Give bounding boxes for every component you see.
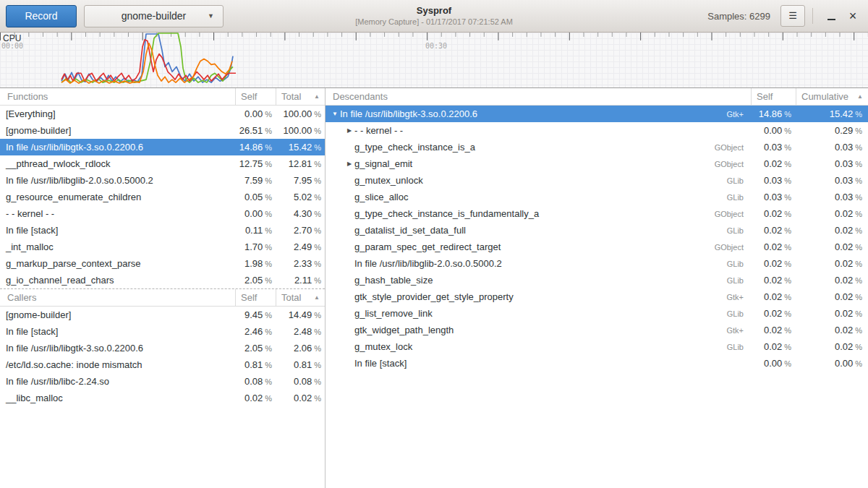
expander-collapsed-icon[interactable]: ▶ [344,127,354,134]
column-header-self[interactable]: Self [235,289,276,306]
column-header-self[interactable]: Self [235,88,276,105]
column-header-total[interactable]: Total▲ [276,289,325,306]
total-percent-cell: 0.03% [796,192,868,202]
total-percent-cell: 2.48% [276,326,325,337]
self-percent-cell: 2.05% [235,275,276,286]
table-row[interactable]: g_slice_allocGLib0.03%0.03% [326,189,868,205]
self-percent-cell: 0.02% [751,225,796,236]
percent-sign: % [314,193,321,202]
total-percent-cell: 2.33% [276,258,325,269]
table-row[interactable]: - - kernel - -0.00%4.30% [0,205,325,222]
table-row[interactable]: In file /usr/lib/libgtk-3.so.0.2200.62.0… [0,340,325,356]
function-name: In file /usr/lib/libgtk-3.so.0.2200.6 [6,343,143,354]
self-percent-cell: 0.08% [235,376,276,387]
table-row[interactable]: g_datalist_id_set_data_fullGLib0.02%0.02… [326,222,868,239]
percent-value: 0.02 [294,393,312,403]
table-row[interactable]: gtk_widget_path_lengthGtk+0.02%0.02% [326,322,868,338]
percent-sign: % [265,210,272,218]
cpu-graph[interactable]: CPU 00:00 00:30 [0,33,868,88]
percent-sign: % [784,226,791,235]
percent-sign: % [855,343,862,351]
function-name: __pthread_rwlock_rdlock [6,158,111,169]
column-header-functions[interactable]: Functions [0,88,235,105]
table-row[interactable]: g_resource_enumerate_children0.05%5.02% [0,189,325,205]
table-row[interactable]: ▼In file /usr/lib/libgtk-3.so.0.2200.6Gt… [326,106,868,122]
self-percent-cell: 0.81% [235,359,276,370]
table-row[interactable]: /etc/ld.so.cache: inode mismatch0.81%0.8… [0,356,325,373]
column-header-descendants[interactable]: Descendants [326,88,751,105]
total-percent-cell: 4.30% [276,208,325,219]
library-tag: Gtk+ [726,293,751,301]
table-header: DescendantsSelfCumulative▲ [326,88,868,106]
total-percent-cell: 12.81% [276,158,325,169]
row-name-cell: In file [stack] [0,326,235,337]
table-row[interactable]: g_param_spec_get_redirect_targetGObject0… [326,239,868,255]
table-row[interactable]: g_io_channel_read_chars2.05%2.11% [0,272,325,288]
column-header-total[interactable]: Total▲ [276,88,325,105]
table-row[interactable]: ▶g_signal_emitGObject0.02%0.03% [326,155,868,172]
table-row[interactable]: g_type_check_instance_is_aGObject0.03%0.… [326,139,868,155]
table-row[interactable]: In file [stack]0.00%0.00% [326,355,868,372]
expander-collapsed-icon[interactable]: ▶ [344,160,354,167]
total-percent-cell: 0.81% [276,359,325,370]
total-percent-cell: 0.03% [796,175,868,186]
percent-value: 2.05 [244,343,263,354]
percent-value: 26.51 [239,125,263,136]
table-row[interactable]: In file /usr/lib/libglib-2.0.so.0.5000.2… [326,255,868,272]
total-percent-cell: 0.02% [796,325,868,335]
table-row[interactable]: g_mutex_unlockGLib0.03%0.03% [326,172,868,189]
percent-value: 7.95 [294,175,312,186]
function-name: g_type_check_instance_is_fundamentally_a [354,208,539,219]
total-percent-cell: 0.02% [796,225,868,236]
table-row[interactable]: __pthread_rwlock_rdlock12.75%12.81% [0,155,325,172]
table-row[interactable]: In file /usr/lib/libc-2.24.so0.08%0.08% [0,373,325,390]
total-percent-cell: 0.08% [276,376,325,387]
table-row[interactable]: In file [stack]0.11%2.70% [0,222,325,239]
total-percent-cell: 0.03% [796,158,868,169]
menu-button[interactable]: ☰ [780,5,805,27]
library-tag: GObject [715,210,751,218]
table-row[interactable]: g_hash_table_sizeGLib0.02%0.02% [326,272,868,288]
percent-value: 100.00 [283,108,312,119]
column-header-self[interactable]: Self [751,88,796,105]
self-percent-cell: 0.00% [751,358,796,369]
table-row[interactable]: [gnome-builder]9.45%14.49% [0,307,325,323]
percent-value: 5.02 [294,192,312,202]
close-button[interactable]: × [842,5,864,27]
percent-value: 0.11 [245,225,263,236]
process-selector[interactable]: gnome-builder ▼ [84,5,224,27]
self-percent-cell: 0.02% [751,275,796,286]
table-row[interactable]: _int_malloc1.70%2.49% [0,239,325,255]
percent-value: 0.02 [764,258,782,269]
column-header-cumulative[interactable]: Cumulative▲ [796,88,868,105]
expander-expanded-icon[interactable]: ▼ [330,111,340,117]
percent-value: 2.06 [294,343,312,354]
table-row[interactable]: In file /usr/lib/libgtk-3.so.0.2200.614.… [0,139,325,155]
table-row[interactable]: g_type_check_instance_is_fundamentally_a… [326,205,868,222]
percent-value: 0.05 [244,192,263,202]
table-row[interactable]: In file [stack]2.46%2.48% [0,323,325,340]
table-row[interactable]: [Everything]0.00%100.00% [0,106,325,122]
table-row[interactable]: g_list_remove_linkGLib0.02%0.02% [326,305,868,322]
table-row[interactable]: gtk_style_provider_get_style_propertyGtk… [326,288,868,305]
percent-sign: % [784,110,791,119]
sort-ascending-icon: ▲ [857,93,863,100]
minimize-button[interactable] [820,5,842,27]
column-header-callers[interactable]: Callers [0,289,235,306]
percent-value: 0.03 [835,192,853,202]
table-row[interactable]: g_markup_parse_context_parse1.98%2.33% [0,255,325,272]
row-name-cell: _int_malloc [0,241,235,252]
row-name-cell: - - kernel - - [0,208,235,219]
record-button[interactable]: Record [6,5,77,27]
table-row[interactable]: g_mutex_lockGLib0.02%0.02% [326,338,868,355]
table-row[interactable]: [gnome-builder]26.51%100.00% [0,122,325,139]
total-percent-cell: 15.42% [796,108,868,119]
percent-sign: % [784,260,791,268]
table-row[interactable]: In file /usr/lib/libglib-2.0.so.0.5000.2… [0,172,325,189]
function-name: In file [stack] [6,326,58,337]
function-name: g_datalist_id_set_data_full [354,225,466,236]
percent-value: 12.75 [239,158,263,169]
table-row[interactable]: __libc_malloc0.02%0.02% [0,390,325,406]
self-percent-cell: 1.98% [235,258,276,269]
table-row[interactable]: ▶- - kernel - -0.00%0.29% [326,122,868,139]
